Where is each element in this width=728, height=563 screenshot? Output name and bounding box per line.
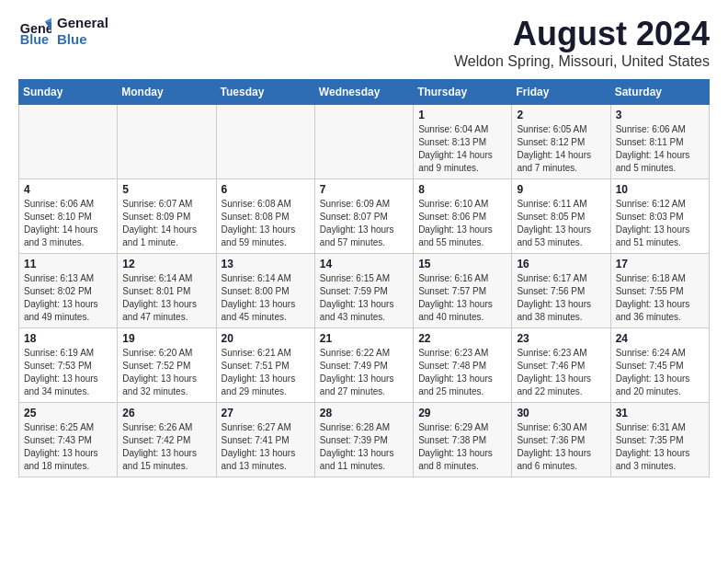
day-info: Sunrise: 6:25 AM Sunset: 7:43 PM Dayligh… bbox=[24, 421, 112, 473]
calendar-cell: 20Sunrise: 6:21 AM Sunset: 7:51 PM Dayli… bbox=[216, 328, 314, 403]
day-number: 16 bbox=[517, 258, 605, 270]
calendar-cell: 30Sunrise: 6:30 AM Sunset: 7:36 PM Dayli… bbox=[512, 403, 610, 477]
day-info: Sunrise: 6:21 AM Sunset: 7:51 PM Dayligh… bbox=[222, 347, 310, 398]
calendar-week-1: 1Sunrise: 6:04 AM Sunset: 8:13 PM Daylig… bbox=[19, 105, 710, 179]
day-number: 13 bbox=[222, 258, 310, 270]
day-info: Sunrise: 6:04 AM Sunset: 8:13 PM Dayligh… bbox=[418, 123, 506, 175]
header-wednesday: Wednesday bbox=[314, 80, 413, 105]
header-saturday: Saturday bbox=[610, 80, 709, 105]
calendar-week-2: 4Sunrise: 6:06 AM Sunset: 8:10 PM Daylig… bbox=[19, 179, 710, 254]
day-number: 8 bbox=[418, 183, 506, 196]
day-info: Sunrise: 6:07 AM Sunset: 8:09 PM Dayligh… bbox=[122, 198, 210, 249]
day-number: 23 bbox=[517, 332, 605, 345]
calendar-cell: 5Sunrise: 6:07 AM Sunset: 8:09 PM Daylig… bbox=[118, 179, 216, 254]
day-info: Sunrise: 6:23 AM Sunset: 7:46 PM Dayligh… bbox=[517, 347, 605, 398]
calendar-table: SundayMondayTuesdayWednesdayThursdayFrid… bbox=[18, 79, 710, 477]
day-info: Sunrise: 6:29 AM Sunset: 7:38 PM Dayligh… bbox=[418, 421, 506, 473]
calendar-cell: 6Sunrise: 6:08 AM Sunset: 8:08 PM Daylig… bbox=[216, 179, 314, 254]
day-number: 11 bbox=[24, 258, 112, 270]
calendar-cell: 11Sunrise: 6:13 AM Sunset: 8:02 PM Dayli… bbox=[19, 254, 118, 328]
calendar-cell: 7Sunrise: 6:09 AM Sunset: 8:07 PM Daylig… bbox=[314, 179, 413, 254]
header-monday: Monday bbox=[118, 80, 216, 105]
day-info: Sunrise: 6:17 AM Sunset: 7:56 PM Dayligh… bbox=[517, 272, 605, 324]
calendar-cell: 22Sunrise: 6:23 AM Sunset: 7:48 PM Dayli… bbox=[414, 328, 512, 403]
day-number: 20 bbox=[222, 332, 310, 345]
day-info: Sunrise: 6:12 AM Sunset: 8:03 PM Dayligh… bbox=[616, 198, 704, 249]
day-info: Sunrise: 6:10 AM Sunset: 8:06 PM Dayligh… bbox=[418, 198, 506, 249]
day-info: Sunrise: 6:14 AM Sunset: 8:00 PM Dayligh… bbox=[222, 272, 310, 324]
day-info: Sunrise: 6:13 AM Sunset: 8:02 PM Dayligh… bbox=[24, 272, 112, 324]
day-info: Sunrise: 6:18 AM Sunset: 7:55 PM Dayligh… bbox=[616, 272, 704, 324]
header-thursday: Thursday bbox=[414, 80, 512, 105]
calendar-cell bbox=[314, 105, 413, 179]
calendar-cell: 10Sunrise: 6:12 AM Sunset: 8:03 PM Dayli… bbox=[610, 179, 709, 254]
day-number: 27 bbox=[222, 407, 310, 419]
day-number: 5 bbox=[122, 183, 210, 196]
day-number: 1 bbox=[418, 109, 506, 121]
calendar-cell: 31Sunrise: 6:31 AM Sunset: 7:35 PM Dayli… bbox=[610, 403, 709, 477]
calendar-cell: 15Sunrise: 6:16 AM Sunset: 7:57 PM Dayli… bbox=[414, 254, 512, 328]
day-info: Sunrise: 6:28 AM Sunset: 7:39 PM Dayligh… bbox=[320, 421, 408, 473]
calendar-week-4: 18Sunrise: 6:19 AM Sunset: 7:53 PM Dayli… bbox=[19, 328, 710, 403]
header-sunday: Sunday bbox=[19, 80, 118, 105]
day-info: Sunrise: 6:06 AM Sunset: 8:11 PM Dayligh… bbox=[616, 123, 704, 175]
calendar-cell bbox=[216, 105, 314, 179]
day-info: Sunrise: 6:05 AM Sunset: 8:12 PM Dayligh… bbox=[517, 123, 605, 175]
calendar-cell: 4Sunrise: 6:06 AM Sunset: 8:10 PM Daylig… bbox=[19, 179, 118, 254]
calendar-cell: 18Sunrise: 6:19 AM Sunset: 7:53 PM Dayli… bbox=[19, 328, 118, 403]
day-info: Sunrise: 6:22 AM Sunset: 7:49 PM Dayligh… bbox=[320, 347, 408, 398]
day-number: 28 bbox=[320, 407, 408, 419]
day-number: 2 bbox=[517, 109, 605, 121]
day-info: Sunrise: 6:20 AM Sunset: 7:52 PM Dayligh… bbox=[122, 347, 210, 398]
calendar-cell: 12Sunrise: 6:14 AM Sunset: 8:01 PM Dayli… bbox=[118, 254, 216, 328]
calendar-header-row: SundayMondayTuesdayWednesdayThursdayFrid… bbox=[19, 80, 710, 105]
day-info: Sunrise: 6:11 AM Sunset: 8:05 PM Dayligh… bbox=[517, 198, 605, 249]
day-number: 19 bbox=[122, 332, 210, 345]
calendar-cell: 3Sunrise: 6:06 AM Sunset: 8:11 PM Daylig… bbox=[610, 105, 709, 179]
day-number: 7 bbox=[320, 183, 408, 196]
day-number: 9 bbox=[517, 183, 605, 196]
calendar-cell: 17Sunrise: 6:18 AM Sunset: 7:55 PM Dayli… bbox=[610, 254, 709, 328]
day-number: 30 bbox=[517, 407, 605, 419]
day-info: Sunrise: 6:08 AM Sunset: 8:08 PM Dayligh… bbox=[222, 198, 310, 249]
day-info: Sunrise: 6:14 AM Sunset: 8:01 PM Dayligh… bbox=[122, 272, 210, 324]
logo: General Blue General Blue bbox=[18, 15, 108, 48]
day-number: 31 bbox=[616, 407, 704, 419]
day-number: 29 bbox=[418, 407, 506, 419]
svg-marker-3 bbox=[45, 18, 51, 22]
calendar-cell: 13Sunrise: 6:14 AM Sunset: 8:00 PM Dayli… bbox=[216, 254, 314, 328]
day-number: 22 bbox=[418, 332, 506, 345]
day-info: Sunrise: 6:26 AM Sunset: 7:42 PM Dayligh… bbox=[122, 421, 210, 473]
calendar-cell: 26Sunrise: 6:26 AM Sunset: 7:42 PM Dayli… bbox=[118, 403, 216, 477]
day-number: 6 bbox=[222, 183, 310, 196]
day-info: Sunrise: 6:16 AM Sunset: 7:57 PM Dayligh… bbox=[418, 272, 506, 324]
calendar-week-5: 25Sunrise: 6:25 AM Sunset: 7:43 PM Dayli… bbox=[19, 403, 710, 477]
day-number: 15 bbox=[418, 258, 506, 270]
day-number: 10 bbox=[616, 183, 704, 196]
calendar-cell: 27Sunrise: 6:27 AM Sunset: 7:41 PM Dayli… bbox=[216, 403, 314, 477]
day-info: Sunrise: 6:30 AM Sunset: 7:36 PM Dayligh… bbox=[517, 421, 605, 473]
logo-line1: General bbox=[57, 15, 108, 31]
day-number: 24 bbox=[616, 332, 704, 345]
calendar-cell: 19Sunrise: 6:20 AM Sunset: 7:52 PM Dayli… bbox=[118, 328, 216, 403]
header-tuesday: Tuesday bbox=[216, 80, 314, 105]
calendar-cell: 2Sunrise: 6:05 AM Sunset: 8:12 PM Daylig… bbox=[512, 105, 610, 179]
day-info: Sunrise: 6:09 AM Sunset: 8:07 PM Dayligh… bbox=[320, 198, 408, 249]
calendar-cell: 14Sunrise: 6:15 AM Sunset: 7:59 PM Dayli… bbox=[314, 254, 413, 328]
day-number: 25 bbox=[24, 407, 112, 419]
day-info: Sunrise: 6:27 AM Sunset: 7:41 PM Dayligh… bbox=[222, 421, 310, 473]
calendar-cell: 21Sunrise: 6:22 AM Sunset: 7:49 PM Dayli… bbox=[314, 328, 413, 403]
subtitle: Weldon Spring, Missouri, United States bbox=[454, 53, 710, 70]
day-number: 12 bbox=[122, 258, 210, 270]
title-area: August 2024 Weldon Spring, Missouri, Uni… bbox=[454, 15, 710, 70]
page-header: General Blue General Blue August 2024 We… bbox=[18, 15, 710, 70]
calendar-cell: 1Sunrise: 6:04 AM Sunset: 8:13 PM Daylig… bbox=[414, 105, 512, 179]
header-friday: Friday bbox=[512, 80, 610, 105]
calendar-cell: 25Sunrise: 6:25 AM Sunset: 7:43 PM Dayli… bbox=[19, 403, 118, 477]
logo-line2: Blue bbox=[57, 31, 108, 48]
day-number: 18 bbox=[24, 332, 112, 345]
day-number: 17 bbox=[616, 258, 704, 270]
main-title: August 2024 bbox=[454, 15, 710, 53]
day-number: 3 bbox=[616, 109, 704, 121]
calendar-cell: 24Sunrise: 6:24 AM Sunset: 7:45 PM Dayli… bbox=[610, 328, 709, 403]
